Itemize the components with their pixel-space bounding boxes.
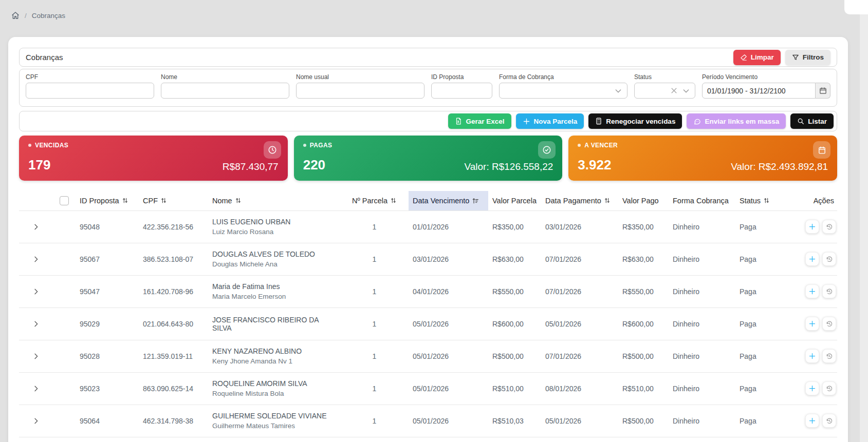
cell-forma-cobranca: Dinheiro <box>669 308 735 340</box>
history-button[interactable] <box>822 284 836 298</box>
header-cpf[interactable]: CPF <box>139 191 208 210</box>
cell-nome: JOSE FRANCISCO RIBEIRO DA SILVA <box>208 308 339 340</box>
home-icon[interactable] <box>11 11 20 20</box>
history-button[interactable] <box>822 349 836 363</box>
eraser-icon <box>740 54 747 61</box>
history-button[interactable] <box>822 220 836 234</box>
cell-status: Paga <box>735 340 797 372</box>
cell-valor-pago: R$350,00 <box>618 210 669 243</box>
expand-row-button[interactable] <box>28 381 44 396</box>
header-id-proposta[interactable]: ID Proposta <box>76 191 139 210</box>
card-pagas[interactable]: PAGAS 220 Valor: R$126.558,22 <box>294 136 563 181</box>
add-payment-button[interactable] <box>805 381 819 395</box>
header-nome[interactable]: Nome <box>208 191 339 210</box>
expand-row-button[interactable] <box>28 349 44 364</box>
header-status[interactable]: Status <box>735 191 797 210</box>
clear-x-icon[interactable] <box>670 87 678 94</box>
cell-cpf: 863.090.625-14 <box>139 372 208 405</box>
history-button[interactable] <box>822 381 836 395</box>
sort-icon <box>763 197 770 204</box>
forma-cobranca-select[interactable] <box>499 83 627 99</box>
plus-icon <box>808 287 816 295</box>
history-button[interactable] <box>822 252 836 266</box>
card-count: 179 <box>28 158 50 171</box>
sort-icon <box>160 197 167 204</box>
new-installment-button[interactable]: Nova Parcela <box>516 113 584 129</box>
history-icon <box>826 353 833 360</box>
table-header-row: ID Proposta CPF Nome Nº Parcela Data Ven… <box>19 191 837 210</box>
add-payment-button[interactable] <box>805 220 819 234</box>
periodo-vencimento-input[interactable] <box>702 83 816 99</box>
cell-n-parcela: 1 <box>339 340 409 372</box>
cell-nome: GUILHERME SOLEDADE VIVIANE Guilherme Mat… <box>208 405 339 437</box>
scrollbar[interactable] <box>860 14 868 442</box>
expand-row-button[interactable] <box>28 413 44 429</box>
cell-id-proposta: 95028 <box>76 340 139 372</box>
table-row: 95028 121.359.019-11 KENY NAZARENO ALBIN… <box>19 340 837 372</box>
expand-row-button[interactable] <box>28 284 44 299</box>
cell-id-proposta: 95047 <box>76 275 139 308</box>
header-n-parcela[interactable]: Nº Parcela <box>339 191 409 210</box>
cpf-input[interactable] <box>26 83 154 99</box>
id-proposta-input[interactable] <box>431 83 492 99</box>
nome-usual-input[interactable] <box>296 83 424 99</box>
cell-nome: KENY NAZARENO ALBINO Keny Jhone Amanda N… <box>208 340 339 372</box>
cell-nome: ROQUELINE AMORIM SILVA Roqueline Mistura… <box>208 372 339 405</box>
cell-cpf: 021.064.643-80 <box>139 308 208 340</box>
history-icon <box>826 385 833 392</box>
plus-icon <box>808 223 816 230</box>
add-payment-button[interactable] <box>805 349 819 363</box>
plus-icon <box>808 352 816 360</box>
card-vencidas[interactable]: VENCIDAS 179 R$87.430,77 <box>19 136 288 181</box>
cell-id-proposta: 95048 <box>76 210 139 243</box>
cell-valor-parcela: R$350,00 <box>488 210 541 243</box>
sort-icon <box>604 197 611 204</box>
expand-row-button[interactable] <box>28 252 44 267</box>
table-body: 95048 422.356.218-56 LUIS EUGENIO URBAN … <box>19 210 837 437</box>
plus-icon <box>808 385 816 392</box>
history-button[interactable] <box>822 414 836 428</box>
filter-fields-row: CPF Nome Nome usual ID Proposta Forma de… <box>19 69 837 107</box>
plus-icon <box>808 417 816 425</box>
cell-valor-pago: R$600,00 <box>618 308 669 340</box>
cell-n-parcela: 1 <box>339 243 409 275</box>
cell-valor-pago: R$500,00 <box>618 405 669 437</box>
list-button[interactable]: Listar <box>790 113 834 129</box>
add-payment-button[interactable] <box>805 252 819 266</box>
add-payment-button[interactable] <box>805 317 819 331</box>
expand-row-button[interactable] <box>28 316 44 332</box>
chevron-right-icon <box>32 385 40 393</box>
cell-nome: Maria de Fatima Ines Maria Marcelo Emers… <box>208 275 339 308</box>
expand-row-button[interactable] <box>28 219 44 235</box>
add-payment-button[interactable] <box>805 284 819 298</box>
card-a-vencer[interactable]: A VENCER 3.922 Valor: R$2.493.892,81 <box>568 136 837 181</box>
filters-button[interactable]: Filtros <box>785 50 830 65</box>
header-forma-cobranca: Forma Cobrança <box>669 191 735 210</box>
expand-column-header <box>19 191 52 210</box>
calendar-button[interactable] <box>816 83 830 99</box>
renegotiate-overdue-button[interactable]: Renegociar vencidas <box>588 113 682 129</box>
search-icon <box>797 118 804 125</box>
history-button[interactable] <box>822 317 836 331</box>
send-links-button[interactable]: Enviar links em massa <box>687 113 786 129</box>
calendar-icon <box>819 87 827 94</box>
cell-data-pagamento: 05/01/2026 <box>541 405 618 437</box>
cell-status: Paga <box>735 372 797 405</box>
cell-cpf: 386.523.108-07 <box>139 243 208 275</box>
chevron-right-icon <box>32 320 40 328</box>
add-payment-button[interactable] <box>805 414 819 428</box>
cell-valor-parcela: R$510,00 <box>488 372 541 405</box>
nome-input[interactable] <box>161 83 289 99</box>
generate-excel-button[interactable]: Gerar Excel <box>448 113 511 129</box>
clear-button[interactable]: Limpar <box>733 50 781 65</box>
cell-forma-cobranca: Dinheiro <box>669 275 735 308</box>
header-data-pagamento[interactable]: Data Pagamento <box>541 191 618 210</box>
card-value: R$87.430,77 <box>223 162 279 171</box>
cell-data-pagamento: 07/01/2026 <box>541 275 618 308</box>
status-select[interactable] <box>634 83 695 99</box>
select-all-checkbox[interactable] <box>60 196 69 205</box>
cell-forma-cobranca: Dinheiro <box>669 405 735 437</box>
header-data-vencimento[interactable]: Data Vencimento <box>409 191 488 210</box>
cell-data-vencimento: 05/01/2026 <box>409 340 488 372</box>
table-row: 95047 161.420.708-96 Maria de Fatima Ine… <box>19 275 837 308</box>
